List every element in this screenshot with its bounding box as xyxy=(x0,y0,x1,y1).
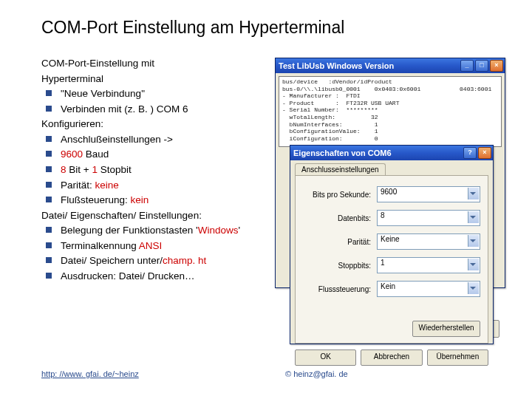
baud-label: Bits pro Sekunde: xyxy=(303,191,377,199)
properties-dialog: Eigenschaften von COM6 ? × Anschlusseins… xyxy=(290,145,494,344)
footer-copyright: © heinz@gfai. de xyxy=(285,369,348,378)
ok-button[interactable]: OK xyxy=(295,349,356,366)
stopbits-select[interactable]: 1 xyxy=(377,257,480,273)
databits-label: Datenbits: xyxy=(303,214,377,222)
parity-select[interactable]: Keine xyxy=(377,233,480,250)
flowcontrol-label: Flusssteuerung: xyxy=(303,285,377,293)
baud-select[interactable]: 9600 xyxy=(377,186,480,202)
tab-port-settings[interactable]: Anschlusseinstellungen xyxy=(295,163,386,175)
help-button[interactable]: ? xyxy=(463,147,477,159)
flowcontrol-select[interactable]: Kein xyxy=(377,281,480,297)
bullet-text: COM-Port-Einstellung mit Hyperterminal "… xyxy=(41,55,263,284)
slide-title: COM-Port Einstellung am Hyperterminal xyxy=(41,18,502,38)
restore-defaults-button[interactable]: Wiederherstellen xyxy=(412,321,480,337)
parity-label: Parität: xyxy=(303,238,377,246)
terminal-output: bus/device :dVendor/idProduct bus-0/\\.\… xyxy=(279,76,502,147)
databits-select[interactable]: 8 xyxy=(377,210,480,226)
properties-dialog-title: Eigenschaften von COM6 xyxy=(293,149,392,157)
maximize-button[interactable]: □ xyxy=(475,60,488,72)
stopbits-label: Stoppbits: xyxy=(303,262,377,270)
close-button[interactable]: × xyxy=(490,60,503,72)
cancel-button[interactable]: Abbrechen xyxy=(361,349,422,366)
close-button[interactable]: × xyxy=(478,147,491,159)
terminal-window-title: Test LibUsb Windows Version xyxy=(279,61,394,70)
apply-button[interactable]: Übernehmen xyxy=(427,349,488,366)
footer-url[interactable]: http: //www. gfai. de/~heinz xyxy=(41,369,139,378)
minimize-button[interactable]: _ xyxy=(460,60,474,72)
